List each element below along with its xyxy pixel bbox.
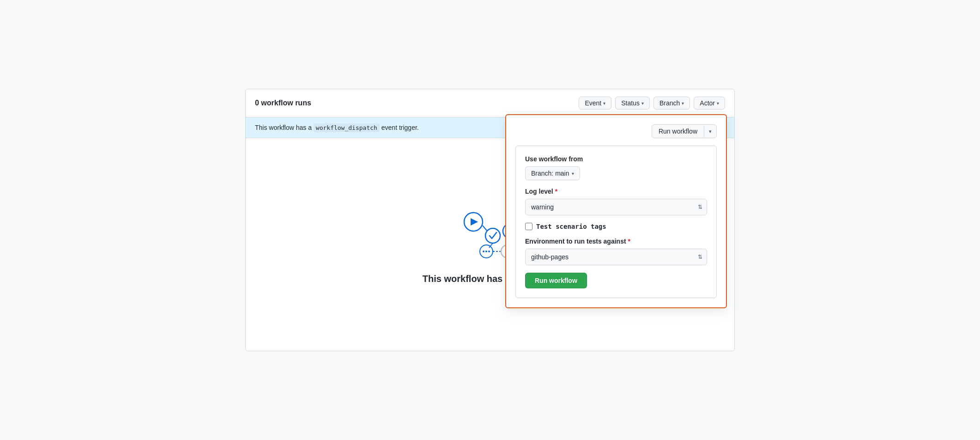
- branch-filter-label: Branch: [659, 99, 680, 107]
- svg-point-9: [488, 251, 490, 252]
- event-filter-label: Event: [585, 99, 601, 107]
- run-workflow-dropdown-panel: Run workflow ▾ Use workflow from Branch:…: [505, 114, 727, 308]
- svg-point-7: [483, 251, 484, 252]
- use-workflow-from-field: Use workflow from Branch: main ▾: [525, 155, 707, 180]
- svg-marker-1: [471, 218, 478, 226]
- branch-caret-icon: ▾: [572, 171, 574, 176]
- log-level-required: *: [555, 188, 557, 195]
- branch-select-label: Branch: main: [531, 170, 569, 177]
- dropdown-panel-header: Run workflow ▾: [515, 124, 717, 138]
- log-level-select[interactable]: warning debug info error: [525, 199, 707, 215]
- dropdown-inner-panel: Use workflow from Branch: main ▾ Log lev…: [515, 146, 717, 298]
- banner-text-after: event trigger.: [381, 124, 419, 131]
- log-level-label: Log level*: [525, 188, 707, 195]
- environment-select-wrapper: github-pages production staging ⇅: [525, 249, 707, 265]
- actor-filter-label: Actor: [700, 99, 715, 107]
- test-scenario-tags-checkbox[interactable]: [525, 223, 532, 230]
- svg-line-2: [483, 226, 487, 231]
- actor-filter-chevron: ▾: [717, 101, 719, 106]
- branch-filter-button[interactable]: Branch ▾: [653, 97, 690, 110]
- page-title: 0 workflow runs: [255, 99, 311, 107]
- banner-text-before: This workflow has a: [255, 124, 312, 131]
- actor-filter-button[interactable]: Actor ▾: [694, 97, 725, 110]
- banner-code: workflow_dispatch: [314, 123, 380, 132]
- use-workflow-from-label: Use workflow from: [525, 155, 707, 163]
- environment-required: *: [628, 238, 630, 245]
- log-level-field: Log level* warning debug info error ⇅: [525, 188, 707, 215]
- test-scenario-tags-row: Test scenario tags: [525, 223, 707, 230]
- status-filter-chevron: ▾: [641, 101, 644, 106]
- svg-point-3: [485, 228, 500, 243]
- test-scenario-tags-label[interactable]: Test scenario tags: [536, 223, 606, 230]
- run-workflow-submit-button[interactable]: Run workflow: [525, 273, 587, 288]
- branch-select-button[interactable]: Branch: main ▾: [525, 166, 580, 180]
- environment-select[interactable]: github-pages production staging: [525, 249, 707, 265]
- filter-bar: Event ▾ Status ▾ Branch ▾ Actor ▾: [579, 97, 725, 110]
- event-filter-button[interactable]: Event ▾: [579, 97, 611, 110]
- environment-field: Environment to run tests against* github…: [525, 238, 707, 265]
- svg-point-8: [485, 251, 487, 252]
- run-workflow-top-button-label: Run workflow: [652, 125, 704, 138]
- run-workflow-top-caret-icon: ▾: [704, 126, 716, 137]
- main-container: 0 workflow runs Event ▾ Status ▾ Branch …: [245, 89, 735, 351]
- branch-filter-chevron: ▾: [682, 101, 684, 106]
- run-workflow-top-button[interactable]: Run workflow ▾: [652, 124, 717, 138]
- environment-label: Environment to run tests against*: [525, 238, 707, 245]
- status-filter-label: Status: [621, 99, 640, 107]
- main-content: This workflow has no runs yet. Run workf…: [246, 138, 734, 351]
- status-filter-button[interactable]: Status ▾: [615, 97, 650, 110]
- event-filter-chevron: ▾: [603, 101, 605, 106]
- log-level-select-wrapper: warning debug info error ⇅: [525, 199, 707, 215]
- header: 0 workflow runs Event ▾ Status ▾ Branch …: [246, 89, 734, 117]
